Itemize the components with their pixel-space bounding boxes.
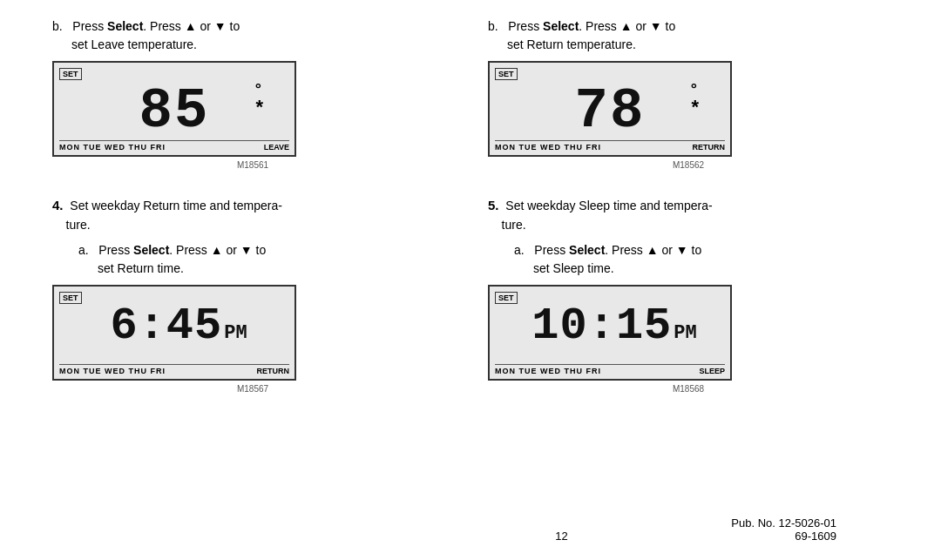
arrow-down-icon: ▼: [650, 19, 662, 33]
instruction-text: set Leave temperature.: [71, 37, 197, 51]
section-return-time: 4. Set weekday Return time and tempera- …: [52, 196, 453, 394]
select-bold: Select: [569, 243, 605, 257]
arrow-up-icon: ▲: [647, 243, 659, 257]
lcd-display-return-temp: SET 78 ° * MON TUE WED THU FRI RETURN: [488, 61, 732, 157]
select-bold: Select: [107, 19, 143, 33]
lcd-display-sleep: SET 10:15PM MON TUE WED THU FRI SLEEP: [488, 285, 732, 381]
lcd-mode: RETURN: [693, 143, 726, 152]
lcd-days: MON TUE WED THU FRI: [495, 143, 601, 152]
step-5: 5. Set weekday Sleep time and tempera- t…: [488, 196, 889, 234]
instruction-text: set Sleep time.: [533, 261, 614, 275]
lcd-bottom-sleep: MON TUE WED THU FRI SLEEP: [495, 364, 725, 375]
section-sleep-time: 5. Set weekday Sleep time and tempera- t…: [488, 196, 889, 394]
to-text: to: [692, 243, 702, 257]
page-content: b. Press Select. Press ▲ or ▼ to set Lea…: [0, 0, 941, 411]
lcd-days: MON TUE WED THU FRI: [59, 367, 166, 375]
pub-no-text: Pub. No. 12-5026-01: [731, 516, 836, 530]
pm-display: PM: [224, 322, 247, 344]
set-badge: SET: [495, 68, 518, 80]
select-bold: Select: [133, 243, 169, 257]
sub-step-a-right: a. Press Select. Press ▲ or ▼ to set Sle…: [514, 241, 889, 278]
asterisk-symbol: *: [255, 96, 263, 118]
lcd-bottom-leave: MON TUE WED THU FRI LEAVE: [59, 140, 289, 152]
set-badge: SET: [59, 68, 82, 80]
instruction-text: set Return time.: [98, 261, 184, 275]
arrow-down-icon: ▼: [214, 19, 227, 33]
step-number: 5.: [488, 198, 499, 213]
time-display: 10:15: [531, 300, 672, 352]
lcd-bottom-return-time: MON TUE WED THU FRI RETURN: [59, 364, 289, 375]
asterisk-symbol: *: [691, 96, 699, 118]
lcd-display-return-time: SET 6:45PM MON TUE WED THU FRI RETURN: [52, 285, 296, 381]
arrow-up-icon: ▲: [211, 243, 223, 257]
lcd-container-leave: SET 85 ° * MON TUE WED THU FRI LEAVE M18…: [52, 61, 453, 170]
sub-step-a-left: a. Press Select. Press ▲ or ▼ to set Ret…: [78, 241, 453, 278]
arrow-down-icon: ▼: [676, 243, 688, 257]
sub-letter: a.: [78, 243, 89, 257]
pub-number: Pub. No. 12-5026-01 69-1609: [731, 516, 836, 543]
section-return-temp: b. Press Select. Press ▲ or ▼ to set Ret…: [488, 17, 889, 170]
section-leave-temp: b. Press Select. Press ▲ or ▼ to set Lea…: [52, 17, 453, 170]
lcd-mode: RETURN: [257, 367, 290, 375]
lcd-bottom-return: MON TUE WED THU FRI RETURN: [495, 140, 725, 152]
step-4: 4. Set weekday Return time and tempera- …: [52, 196, 453, 234]
lcd-model-id: M18567: [52, 384, 453, 394]
lcd-display-leave: SET 85 ° * MON TUE WED THU FRI LEAVE: [52, 61, 296, 157]
lcd-days: MON TUE WED THU FRI: [495, 367, 601, 375]
sub-letter: a.: [514, 243, 525, 257]
page-number: 12: [392, 530, 732, 543]
lcd-days: MON TUE WED THU FRI: [59, 143, 166, 152]
lcd-container-sleep: SET 10:15PM MON TUE WED THU FRI SLEEP M1…: [488, 285, 889, 394]
to-text: to: [256, 243, 267, 257]
top-row: b. Press Select. Press ▲ or ▼ to set Lea…: [52, 17, 889, 170]
lcd-model-id: M18568: [488, 384, 889, 394]
set-badge: SET: [495, 292, 518, 304]
step-b-right-top: b. Press Select. Press ▲ or ▼ to set Ret…: [488, 17, 889, 54]
lcd-mode: SLEEP: [699, 367, 725, 375]
bottom-row: 4. Set weekday Return time and tempera- …: [52, 196, 889, 394]
to-text: to: [666, 19, 676, 33]
arrow-up-icon: ▲: [620, 19, 633, 33]
select-bold: Select: [543, 19, 579, 33]
lcd-container-return-time: SET 6:45PM MON TUE WED THU FRI RETURN M1…: [52, 285, 453, 394]
model-no-text: 69-1609: [731, 530, 836, 543]
arrow-up-icon: ▲: [185, 19, 197, 33]
sub-letter: b.: [488, 19, 498, 33]
lcd-model-id: M18562: [488, 160, 889, 170]
lcd-mode: LEAVE: [264, 143, 289, 152]
arrow-down-icon: ▼: [240, 243, 253, 257]
temp-display: 78: [575, 80, 646, 143]
to-text: to: [230, 19, 240, 33]
temp-display: 85: [139, 80, 210, 143]
lcd-container-return-temp: SET 78 ° * MON TUE WED THU FRI RETURN M1…: [488, 61, 889, 170]
time-display: 6:45: [110, 300, 222, 352]
step-number: 4.: [52, 198, 64, 213]
lcd-model-id: M18561: [52, 160, 453, 170]
instruction-text: set Return temperature.: [507, 37, 636, 51]
page-footer: 12 Pub. No. 12-5026-01 69-1609: [0, 516, 889, 543]
step-b-left-top: b. Press Select. Press ▲ or ▼ to set Lea…: [52, 17, 453, 54]
set-badge: SET: [59, 292, 82, 304]
pm-display: PM: [674, 322, 696, 344]
sub-letter: b.: [52, 19, 63, 33]
